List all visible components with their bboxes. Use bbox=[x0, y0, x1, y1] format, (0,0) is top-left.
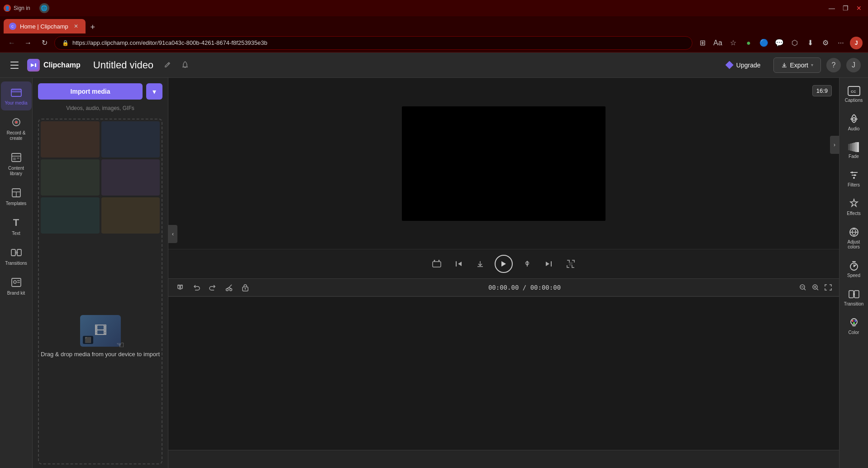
sidebar-item-your-media[interactable]: Your media bbox=[1, 81, 32, 110]
immersive-reader-button[interactable]: Aa bbox=[711, 37, 724, 49]
download-button[interactable]: ⬇ bbox=[804, 37, 816, 49]
fullscreen-button[interactable] bbox=[563, 257, 578, 271]
media-thumb-1 bbox=[41, 121, 100, 158]
sign-in-label[interactable]: Sign in bbox=[14, 5, 30, 11]
forward-button[interactable]: → bbox=[22, 37, 34, 49]
tab-label: Home | Clipchamp bbox=[20, 23, 68, 30]
right-tool-transition[interactable]: Transition bbox=[840, 284, 868, 311]
new-tab-button[interactable]: + bbox=[86, 21, 99, 33]
svg-point-28 bbox=[439, 260, 440, 261]
preview-area: 16:9 bbox=[168, 78, 839, 249]
right-tool-audio[interactable]: Audio bbox=[840, 109, 868, 136]
redo-button[interactable] bbox=[206, 281, 219, 294]
content-library-label: Content library bbox=[3, 166, 30, 177]
your-media-label: Your media bbox=[5, 100, 27, 106]
undo-button[interactable] bbox=[190, 281, 203, 294]
right-tool-color[interactable]: Color bbox=[840, 313, 868, 339]
magnet-tool-button[interactable] bbox=[174, 281, 186, 294]
edge-button[interactable]: 🔵 bbox=[758, 37, 770, 49]
sidebar-item-record-create[interactable]: Record &create bbox=[1, 111, 32, 146]
collection-button[interactable]: 💬 bbox=[773, 37, 786, 49]
timeline-area[interactable] bbox=[168, 296, 839, 450]
download-frame-button[interactable] bbox=[473, 257, 487, 271]
media-drop-zone[interactable]: 🎞 ⬛ ☜ Drag & drop media from your device… bbox=[38, 119, 162, 464]
extensions-button[interactable]: ⊞ bbox=[696, 37, 709, 49]
aspect-ratio-button[interactable]: 16:9 bbox=[812, 85, 832, 96]
import-media-button[interactable]: Import media bbox=[38, 83, 143, 100]
upgrade-button[interactable]: Upgrade bbox=[718, 57, 768, 73]
active-tab[interactable]: C Home | Clipchamp ✕ bbox=[4, 19, 86, 33]
help-button[interactable]: ? bbox=[826, 58, 841, 72]
brand-kit-label: Brand kit bbox=[7, 291, 25, 296]
logo: Clipchamp bbox=[27, 59, 81, 72]
url-bar[interactable]: 🔒 https://app.clipchamp.com/editor/91ca0… bbox=[54, 36, 692, 50]
sidebar-item-templates[interactable]: Templates bbox=[1, 182, 32, 211]
play-icon bbox=[501, 260, 507, 267]
right-tool-speed[interactable]: Speed bbox=[840, 256, 868, 282]
menu-button[interactable] bbox=[7, 58, 22, 72]
right-tool-fade[interactable]: Fade bbox=[840, 138, 868, 163]
sidebar-item-text[interactable]: T Text bbox=[1, 212, 32, 241]
skip-back-button[interactable] bbox=[451, 257, 466, 271]
profile-circle[interactable]: 🌐 bbox=[39, 3, 49, 13]
favorites-button[interactable]: ☆ bbox=[727, 37, 739, 49]
lock-button[interactable] bbox=[239, 281, 252, 294]
more-button[interactable]: ··· bbox=[835, 37, 847, 49]
svg-point-62 bbox=[851, 172, 853, 173]
user-profile-button[interactable]: J bbox=[850, 37, 863, 49]
svg-point-34 bbox=[226, 289, 229, 291]
right-panel-collapse-button[interactable]: › bbox=[830, 136, 839, 154]
play-button[interactable] bbox=[495, 255, 513, 273]
skip-forward-button[interactable] bbox=[542, 257, 556, 271]
close-button[interactable]: ✕ bbox=[854, 3, 864, 14]
logo-icon bbox=[27, 59, 40, 72]
sidebar-item-transitions[interactable]: Transitions bbox=[1, 242, 32, 271]
wallet-button[interactable]: ● bbox=[742, 37, 755, 49]
panel-header: Import media ▾ bbox=[33, 78, 168, 105]
timeline-toolbar: 00:00.00 / 00:00:00 bbox=[168, 278, 839, 296]
user-button[interactable]: J bbox=[846, 58, 861, 72]
time-display: 00:00.00 / 00:00:00 bbox=[255, 284, 794, 291]
tab-close-button[interactable]: ✕ bbox=[72, 22, 80, 30]
settings-button[interactable]: ⚙ bbox=[819, 37, 832, 49]
notification-bell-icon[interactable] bbox=[179, 59, 191, 72]
sidebar-item-brand-kit[interactable]: Brand kit bbox=[1, 272, 32, 301]
drag-indicator: 🎞 ⬛ ☜ Drag & drop media from your device… bbox=[41, 315, 160, 358]
refresh-button[interactable]: ↻ bbox=[38, 37, 51, 49]
zoom-in-button[interactable] bbox=[810, 282, 821, 293]
adjust-colors-icon bbox=[849, 227, 859, 238]
panel-collapse-button[interactable]: ‹ bbox=[168, 225, 177, 243]
forward-frame-button[interactable] bbox=[520, 257, 534, 271]
export-dropdown-icon: ▾ bbox=[811, 62, 813, 67]
right-tool-adjust-colors[interactable]: Adjust colors bbox=[840, 222, 868, 254]
copilot-button[interactable]: ⬡ bbox=[788, 37, 801, 49]
export-button[interactable]: Export ▾ bbox=[773, 57, 821, 73]
svg-rect-3 bbox=[35, 63, 36, 67]
right-tool-captions[interactable]: CC Captions bbox=[840, 81, 868, 107]
right-tool-filters[interactable]: Filters bbox=[840, 165, 868, 192]
sidebar-item-content-library[interactable]: Content library bbox=[1, 147, 32, 181]
effects-icon bbox=[849, 198, 859, 209]
speed-icon bbox=[849, 260, 859, 271]
back-button[interactable]: ← bbox=[5, 37, 18, 49]
drag-film-icon: ⬛ bbox=[83, 336, 93, 344]
import-dropdown-button[interactable]: ▾ bbox=[146, 83, 162, 100]
menu-line bbox=[10, 62, 19, 62]
minimize-button[interactable]: — bbox=[826, 3, 837, 14]
media-thumb-5 bbox=[41, 197, 100, 234]
record-create-icon bbox=[9, 116, 24, 129]
cut-button[interactable] bbox=[223, 281, 235, 294]
clip-mode-button[interactable] bbox=[429, 257, 444, 271]
import-media-label: Import media bbox=[71, 88, 110, 95]
svg-rect-69 bbox=[854, 291, 859, 298]
svg-point-72 bbox=[854, 320, 856, 322]
captions-icon: CC bbox=[848, 86, 860, 96]
fit-button[interactable] bbox=[823, 282, 834, 293]
restore-button[interactable]: ❐ bbox=[840, 3, 851, 14]
rename-button[interactable] bbox=[161, 59, 173, 72]
svg-point-23 bbox=[14, 281, 16, 283]
video-title[interactable]: Untitled video bbox=[93, 59, 153, 71]
right-tool-effects[interactable]: Effects bbox=[840, 194, 868, 220]
zoom-out-button[interactable] bbox=[797, 282, 808, 293]
title-bar: 👤 Sign in 🌐 — ❐ ✕ bbox=[0, 0, 868, 16]
